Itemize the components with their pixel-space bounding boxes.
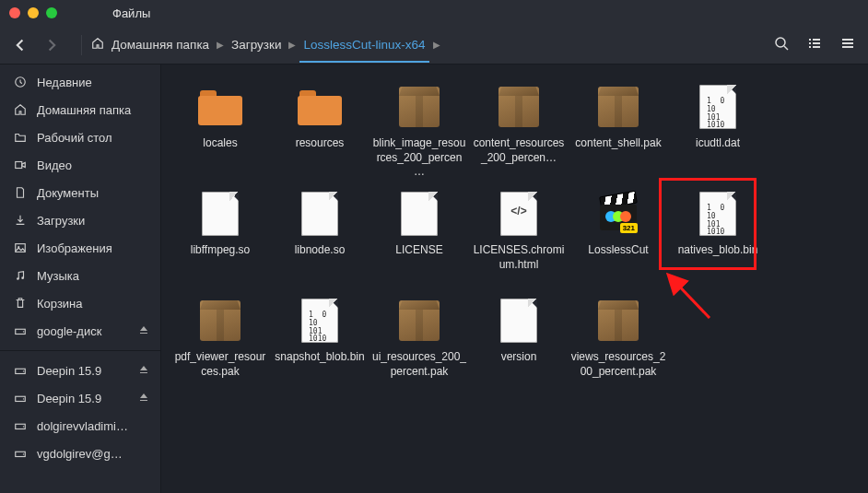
sidebar-item-trash[interactable]: Корзина (0, 289, 160, 317)
svg-rect-8 (842, 42, 853, 44)
svg-rect-7 (842, 39, 853, 41)
svg-point-21 (23, 398, 24, 399)
svg-rect-4 (813, 42, 820, 44)
svg-rect-6 (813, 46, 820, 48)
file-item[interactable]: version (469, 293, 569, 400)
file-folder-icon (293, 83, 346, 131)
sidebar-device-deepin-1[interactable]: Deepin 15.9 (0, 357, 160, 384)
home-icon (11, 103, 29, 116)
eject-icon[interactable] (138, 392, 149, 405)
file-item[interactable]: libnode.so (270, 186, 369, 293)
file-pkg-icon (194, 297, 247, 345)
file-item[interactable]: LICENSE (369, 186, 469, 293)
file-item[interactable]: libffmpeg.so (170, 186, 270, 293)
eject-icon[interactable] (138, 324, 149, 338)
file-name: resources (296, 136, 345, 151)
file-name: pdf_viewer_resources.pak (172, 350, 268, 379)
forward-button[interactable] (42, 37, 59, 53)
drive-icon (11, 419, 29, 432)
file-item[interactable]: content_resources_200_percen… (469, 79, 569, 186)
view-mode-icon[interactable] (807, 36, 822, 54)
chevron-right-icon: ▶ (433, 40, 440, 50)
file-name: natives_blob.bin (678, 243, 758, 258)
drive-icon (11, 447, 29, 460)
svg-point-17 (23, 331, 24, 332)
toolbar: Домашняя папка ▶ Загрузки ▶ LosslessCut-… (0, 26, 868, 65)
file-pkg-icon (592, 83, 645, 131)
crumb-home[interactable]: Домашняя папка (108, 38, 213, 52)
sidebar-item-videos[interactable]: Видео (0, 151, 160, 179)
file-item[interactable]: pdf_viewer_resources.pak (170, 293, 270, 400)
svg-rect-9 (842, 46, 853, 48)
breadcrumb: Домашняя папка ▶ Загрузки ▶ LosslessCut-… (91, 37, 444, 53)
file-item[interactable]: locales (170, 79, 270, 186)
file-item[interactable]: resources (270, 79, 369, 186)
eject-icon[interactable] (138, 364, 149, 378)
file-item[interactable]: 1 0 10 101 1010icudtl.dat (668, 79, 768, 186)
video-icon (11, 158, 29, 171)
svg-rect-1 (809, 39, 811, 41)
svg-point-19 (23, 370, 24, 371)
maximize-icon[interactable] (46, 7, 57, 18)
sidebar-device-user-1[interactable]: dolgirevvladimi… (0, 412, 160, 440)
sidebar-item-downloads[interactable]: Загрузки (0, 206, 160, 234)
sidebar-device-deepin-2[interactable]: Deepin 15.9 (0, 384, 160, 412)
back-button[interactable] (13, 37, 29, 53)
file-bin-icon: 1 0 10 101 1010 (293, 297, 346, 345)
file-name: LICENSES.chromium.html (471, 243, 567, 272)
drive-icon (11, 392, 29, 405)
sidebar-item-music[interactable]: Музыка (0, 262, 160, 289)
file-name: icudtl.dat (696, 136, 740, 151)
close-icon[interactable] (9, 7, 20, 18)
sidebar-item-pictures[interactable]: Изображения (0, 234, 160, 262)
crumb-current[interactable]: LosslessCut-linux-x64 (299, 38, 428, 63)
minimize-icon[interactable] (28, 7, 39, 18)
file-pkg-icon (592, 297, 645, 345)
file-name: libffmpeg.so (191, 243, 250, 258)
sidebar-item-recent[interactable]: Недавние (0, 68, 160, 96)
file-bin-icon: 1 0 10 101 1010 (691, 190, 745, 238)
file-name: locales (203, 136, 237, 151)
file-item[interactable]: 1 0 10 101 1010snapshot_blob.bin (270, 293, 369, 400)
chevron-right-icon: ▶ (288, 40, 296, 50)
file-bin-icon: 1 0 10 101 1010 (691, 83, 745, 131)
drive-icon (11, 324, 29, 337)
file-name: content_shell.pak (575, 136, 661, 151)
file-item[interactable]: content_shell.pak (569, 79, 668, 186)
file-name: LICENSE (395, 243, 442, 258)
sidebar-item-documents[interactable]: Документы (0, 179, 160, 206)
file-item[interactable]: </>LICENSES.chromium.html (469, 186, 569, 293)
file-pkg-icon (393, 297, 446, 345)
file-item[interactable]: ui_resources_200_percent.pak (369, 293, 469, 400)
file-app-icon: 321 (592, 190, 645, 238)
file-folder-icon (194, 83, 247, 131)
drive-icon (11, 364, 29, 377)
svg-rect-11 (16, 162, 22, 169)
home-icon[interactable] (91, 37, 104, 53)
document-icon (11, 186, 29, 199)
menu-icon[interactable] (840, 36, 855, 54)
trash-icon (11, 297, 29, 310)
sidebar-item-home[interactable]: Домашняя папка (0, 96, 160, 123)
sidebar-item-desktop[interactable]: Рабочий стол (0, 123, 160, 151)
sidebar: Недавние Домашняя папка Рабочий стол Вид… (0, 65, 161, 493)
svg-point-15 (21, 276, 24, 279)
titlebar: Файлы (0, 0, 868, 26)
image-icon (11, 241, 29, 254)
file-name: libnode.so (295, 243, 346, 258)
file-item[interactable]: 321LosslessCut (569, 186, 668, 293)
file-pkg-icon (492, 83, 545, 131)
search-icon[interactable] (774, 36, 789, 54)
crumb-downloads[interactable]: Загрузки (228, 38, 285, 52)
file-item[interactable]: views_resources_200_percent.pak (569, 293, 668, 400)
sidebar-item-google-drive[interactable]: google-диск (0, 317, 160, 345)
file-item[interactable]: 1 0 10 101 1010natives_blob.bin (668, 186, 768, 293)
file-grid: localesresourcesblink_image_resources_20… (161, 65, 868, 493)
file-pkg-icon (393, 83, 446, 131)
svg-rect-2 (813, 39, 820, 41)
file-name: version (501, 350, 537, 365)
file-item[interactable]: blink_image_resources_200_percen… (369, 79, 469, 186)
file-html-icon: </> (492, 190, 545, 238)
sidebar-device-user-2[interactable]: vgdolgirev@g… (0, 440, 160, 467)
download-icon (11, 214, 29, 227)
